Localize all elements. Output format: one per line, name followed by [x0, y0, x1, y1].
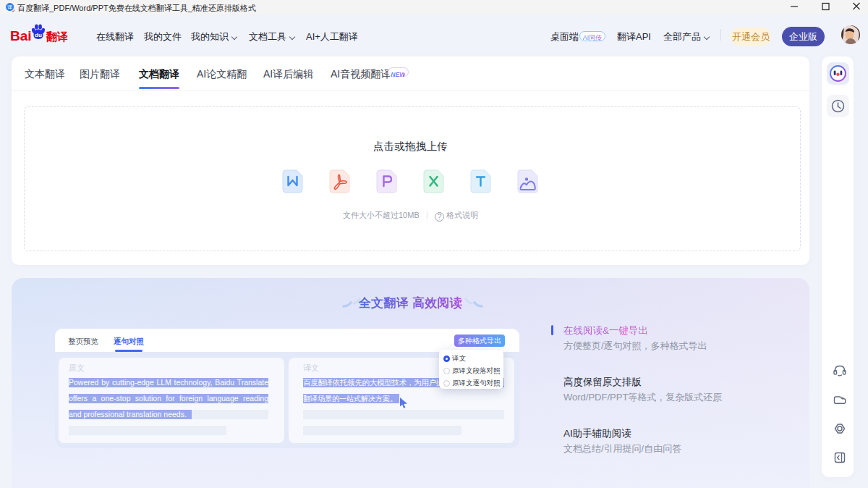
svg-text:译: 译	[7, 4, 12, 9]
svg-text:du: du	[35, 32, 42, 38]
